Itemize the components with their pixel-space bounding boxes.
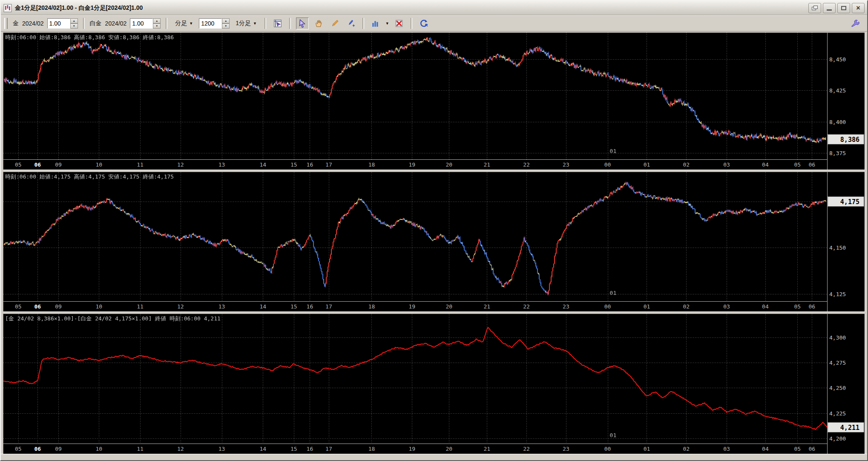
x-axis-tick-label: 06	[808, 303, 815, 310]
chart-crosshair-button[interactable]	[271, 17, 284, 29]
platinum-multiplier-input[interactable]	[130, 18, 153, 29]
close-button[interactable]: ×	[852, 3, 865, 13]
x-axis-tick-label: 04	[762, 446, 769, 452]
x-axis-tick-label: 00	[604, 161, 611, 168]
x-axis-tick-label: 05	[794, 161, 801, 168]
settings-wrench-button[interactable]	[848, 17, 861, 29]
gold-chart-plot[interactable]: 時刻:06:00 始値:8,386 高値:8,386 安値:8,386 終値:8…	[3, 33, 827, 160]
platinum-multiplier-spinner[interactable]: ▲▼	[130, 18, 161, 29]
delete-drawings-button[interactable]	[393, 17, 405, 29]
title-bar[interactable]: 金1分足[2024/02]1.00 - 白金1分足[2024/02]1.00 ×	[1, 1, 867, 15]
interval-dropdown[interactable]: 1分足 ▼	[233, 18, 259, 29]
pen-crosshair-icon	[346, 19, 356, 28]
refresh-button[interactable]: R	[417, 17, 430, 29]
x-axis-tick-label: 20	[445, 446, 452, 452]
x-axis-tick-label: 15	[290, 446, 297, 452]
minimize-button[interactable]	[823, 3, 836, 13]
x-axis-tick-label: 02	[683, 303, 690, 310]
select-cursor-button[interactable]	[296, 17, 309, 29]
y-axis-tick-label: 4,275	[829, 360, 846, 366]
x-axis-tick-label: 05	[15, 161, 22, 168]
gold-multiplier-spinner[interactable]: ▲▼	[47, 18, 78, 29]
chevron-down-icon: ▼	[253, 21, 257, 26]
x-axis-tick-label: 20	[445, 303, 452, 310]
maximize-icon	[841, 6, 846, 10]
toolbar-grip[interactable]	[4, 18, 8, 29]
x-axis-tick-label: 17	[325, 161, 332, 168]
bar-count-down-button[interactable]: ▼	[222, 23, 230, 29]
x-axis-tick-label: 17	[325, 303, 332, 310]
spread-time-axis[interactable]: 0506091011121314151617181920212223000102…	[3, 444, 827, 454]
bar-count-up-button[interactable]: ▲	[222, 18, 230, 23]
window-bottom-edge[interactable]	[1, 454, 867, 460]
spread-chart-canvas[interactable]	[3, 314, 827, 444]
platinum-chart-plot[interactable]: 時刻:06:00 始値:4,175 高値:4,175 安値:4,175 終値:4…	[3, 172, 827, 302]
toolbar-separator	[166, 18, 167, 29]
x-axis-tick-label: 22	[523, 446, 530, 452]
x-axis-tick-label: 10	[96, 446, 103, 452]
x-axis-tick-label: 02	[683, 446, 690, 452]
gold-ohlc-readout: 時刻:06:00 始値:8,386 高値:8,386 安値:8,386 終値:8…	[5, 34, 174, 41]
chevron-down-icon[interactable]: ▼	[385, 21, 389, 26]
cascade-windows-icon	[812, 6, 818, 10]
x-axis-tick-label: 09	[55, 303, 62, 310]
x-axis-tick-label: 00	[604, 446, 611, 452]
toolbar-separator	[83, 18, 85, 29]
x-axis-tick-label: 06	[34, 161, 41, 168]
platinum-month-label: 2024/02	[105, 20, 127, 27]
x-axis-tick-label: 13	[218, 303, 225, 310]
y-axis-tick-label: 4,125	[829, 291, 846, 297]
hand-pan-button[interactable]	[312, 17, 325, 29]
x-axis-tick-label: 12	[177, 446, 184, 452]
gold-time-axis[interactable]: 0506091011121314151617181920212223000102…	[3, 160, 827, 170]
x-axis-tick-label: 19	[408, 446, 415, 452]
x-axis-tick-label: 18	[368, 446, 375, 452]
bar-chart-icon	[371, 19, 380, 28]
pen-crosshair-button[interactable]	[345, 17, 357, 29]
gold-multiplier-input[interactable]	[47, 18, 70, 29]
interval-label: 1分足	[236, 20, 251, 27]
candlestick-app-icon	[3, 4, 12, 12]
platinum-price-axis[interactable]: 4,1754,1504,1254,175	[827, 172, 865, 311]
bar-type-dropdown[interactable]: 分足 ▼	[172, 18, 195, 29]
chart-crosshair-icon	[273, 19, 282, 28]
close-icon: ×	[856, 5, 860, 12]
platinum-chart-canvas[interactable]	[3, 172, 827, 301]
gold-chart-panel: 時刻:06:00 始値:8,386 高値:8,386 安値:8,386 終値:8…	[3, 32, 865, 170]
y-axis-tick-label: 4,225	[829, 410, 846, 416]
maximize-button[interactable]	[837, 3, 850, 13]
pencil-icon	[330, 19, 339, 28]
y-axis-tick-label: 8,450	[829, 56, 846, 62]
bar-count-input[interactable]	[199, 18, 222, 29]
gold-last-price-badge: 8,386	[828, 134, 864, 144]
platinum-multiplier-up-button[interactable]: ▲	[153, 18, 161, 23]
x-axis-tick-label: 19	[408, 161, 415, 168]
x-axis-tick-label: 17	[325, 446, 332, 452]
x-axis-tick-label: 06	[34, 303, 41, 310]
platinum-multiplier-down-button[interactable]: ▼	[153, 23, 161, 29]
x-axis-tick-label: 15	[290, 161, 297, 168]
gold-multiplier-down-button[interactable]: ▼	[70, 23, 78, 29]
spread-last-price-badge: 4,211	[828, 422, 864, 432]
gold-price-axis[interactable]: 8,4508,4258,4008,3758,386	[827, 33, 865, 170]
x-axis-tick-label: 13	[218, 446, 225, 452]
cascade-windows-button[interactable]	[808, 3, 821, 13]
spread-chart-plot[interactable]: [金 24/02 8,386×1.00]-[白金 24/02 4,175×1.0…	[3, 314, 827, 444]
bar-chart-button[interactable]	[369, 17, 382, 29]
select-cursor-icon	[298, 19, 307, 28]
pencil-draw-button[interactable]	[328, 17, 341, 29]
gold-label: 金	[13, 20, 19, 27]
gold-month-label: 2024/02	[22, 20, 44, 27]
x-axis-tick-label: 01	[644, 303, 650, 310]
gold-chart-canvas[interactable]	[3, 33, 827, 159]
gold-multiplier-up-button[interactable]: ▲	[70, 18, 78, 23]
x-axis-tick-label: 11	[137, 446, 144, 452]
bar-count-spinner[interactable]: ▲▼	[199, 18, 230, 29]
x-axis-tick-label: 21	[483, 161, 490, 168]
spread-price-axis[interactable]: 4,3004,2754,2504,2254,2004,211	[827, 314, 865, 454]
platinum-label: 白金	[90, 20, 102, 27]
x-axis-tick-label: 00	[604, 303, 611, 310]
platinum-time-axis[interactable]: 0506091011121314151617181920212223000102…	[3, 302, 827, 311]
x-axis-tick-label: 01	[644, 161, 650, 168]
svg-text:R: R	[425, 23, 428, 27]
